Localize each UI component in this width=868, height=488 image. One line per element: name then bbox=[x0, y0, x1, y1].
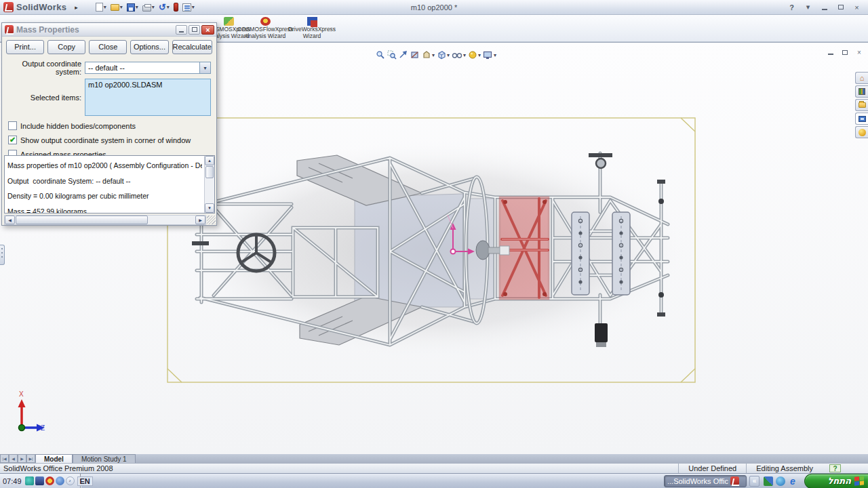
document-tab-bar: |◀ ◀ ▶ ▶| Model Motion Study 1 bbox=[0, 454, 868, 463]
chevron-down-icon: ▾ bbox=[203, 65, 206, 71]
doc-minimize-button[interactable] bbox=[826, 48, 835, 56]
dialog-maximize-button[interactable] bbox=[189, 25, 200, 35]
apply-scene-button[interactable]: ▾ bbox=[483, 50, 496, 60]
corner-triad: X Z bbox=[18, 390, 45, 432]
home-icon: ⌂ bbox=[860, 74, 865, 82]
close-button[interactable]: × bbox=[850, 2, 864, 12]
results-line: Density = 0.00 kilograms per cubic milli… bbox=[7, 188, 202, 204]
internet-explorer-icon[interactable]: e bbox=[788, 476, 797, 486]
options-dialog-button[interactable]: Options... bbox=[130, 40, 168, 54]
tray-app-icon[interactable] bbox=[35, 476, 44, 485]
results-vertical-scrollbar[interactable]: ▲ ▼ bbox=[204, 156, 214, 213]
selected-item[interactable]: m10 op2000.SLDASM bbox=[88, 81, 162, 89]
tab-motion-study[interactable]: Motion Study 1 bbox=[73, 454, 136, 463]
display-style-caret-icon[interactable]: ▾ bbox=[447, 52, 450, 58]
doc-minimize-icon bbox=[828, 54, 833, 55]
selected-items-list[interactable]: m10 op2000.SLDASM bbox=[85, 79, 211, 116]
tab-model[interactable]: Model bbox=[35, 454, 73, 463]
doc-close-button[interactable]: × bbox=[854, 48, 864, 56]
recalculate-button[interactable]: Recalculate bbox=[172, 40, 212, 54]
dialog-minimize-icon bbox=[179, 31, 184, 33]
scene-caret-icon[interactable]: ▾ bbox=[494, 52, 496, 58]
mass-properties-dialog: Mass Properties × Print... Copy Close Op… bbox=[1, 22, 217, 226]
start-button-label: התחל bbox=[827, 476, 851, 486]
doc-restore-button[interactable] bbox=[840, 48, 850, 56]
help-caret-icon[interactable]: ▾ bbox=[801, 2, 815, 12]
tab-nav-last-button[interactable]: ▶| bbox=[26, 454, 35, 463]
restore-button[interactable] bbox=[833, 2, 848, 12]
product-name: SolidWorks Office Premium 2008 bbox=[0, 464, 678, 472]
view-orientation-button[interactable]: ▾ bbox=[422, 50, 435, 60]
driveworksxpress-wizard-button[interactable]: DriveWorksXpress Wizard bbox=[285, 17, 339, 40]
output-coordinate-label: Output coordinate system: bbox=[7, 60, 85, 76]
tray-app-icon[interactable] bbox=[56, 476, 64, 485]
tab-search[interactable] bbox=[855, 113, 868, 125]
solidworks-taskbar-button[interactable]: ...SolidWorks Offic bbox=[664, 475, 747, 487]
language-indicator[interactable]: EN bbox=[77, 476, 93, 486]
previous-view-button[interactable] bbox=[399, 50, 408, 60]
minimize-icon bbox=[822, 9, 827, 10]
show-desktop-icon[interactable] bbox=[764, 476, 773, 486]
show-coordinate-label: Show output coordinate system in corner … bbox=[17, 136, 191, 144]
results-line: Output coordinate System: -- default -- bbox=[7, 174, 202, 189]
output-coordinate-value: -- default -- bbox=[85, 64, 199, 72]
scroll-right-button[interactable]: ▶ bbox=[195, 216, 205, 224]
dialog-resize-grip[interactable] bbox=[207, 216, 216, 224]
minimize-button[interactable] bbox=[817, 2, 831, 12]
appearances-ball-icon bbox=[859, 129, 866, 136]
tab-design-library[interactable] bbox=[855, 85, 868, 98]
wizard-label: Wizard bbox=[303, 33, 321, 40]
hscroll-thumb[interactable] bbox=[16, 216, 148, 224]
media-player-icon[interactable] bbox=[776, 476, 785, 486]
zoom-to-fit-button[interactable] bbox=[376, 50, 385, 60]
tray-app-icon[interactable] bbox=[45, 476, 54, 485]
tray-expand-chevron-icon[interactable]: › bbox=[66, 476, 75, 485]
zoom-to-area-button[interactable] bbox=[387, 50, 397, 60]
quick-tips-button[interactable]: ? bbox=[829, 464, 841, 472]
tab-nav-next-button[interactable]: ▶ bbox=[18, 454, 26, 463]
dialog-minimize-button[interactable] bbox=[176, 25, 187, 35]
edit-mode-status: Editing Assembly bbox=[746, 464, 823, 473]
feature-manager-splitter-handle[interactable] bbox=[0, 245, 5, 265]
close-dialog-button[interactable]: Close bbox=[89, 40, 127, 54]
scroll-up-button[interactable]: ▲ bbox=[205, 156, 214, 165]
wizard-label: Analysis Wizard bbox=[245, 33, 285, 40]
scroll-thumb[interactable] bbox=[205, 166, 214, 178]
scroll-down-button[interactable]: ▼ bbox=[205, 203, 214, 213]
taskbar-clock[interactable]: 07:49 bbox=[3, 477, 22, 485]
print-dialog-button[interactable]: Print... bbox=[6, 40, 44, 54]
constraint-status: Under Defined bbox=[678, 464, 746, 473]
output-coordinate-select[interactable]: -- default -- ▾ bbox=[85, 62, 211, 74]
cosmosxpress-icon bbox=[224, 17, 234, 26]
combo-dropdown-button[interactable]: ▾ bbox=[199, 62, 210, 73]
include-hidden-checkbox[interactable] bbox=[8, 121, 17, 130]
tab-nav-prev-button[interactable]: ◀ bbox=[9, 454, 18, 463]
tray-app-icon[interactable] bbox=[25, 476, 34, 485]
system-tray: 07:49 › EN bbox=[0, 474, 81, 488]
dialog-titlebar[interactable]: Mass Properties × bbox=[2, 23, 216, 37]
tab-file-explorer[interactable] bbox=[855, 99, 868, 111]
dialog-close-icon: × bbox=[205, 26, 210, 33]
dialog-horizontal-scrollbar[interactable]: ◀ ▶ bbox=[4, 215, 206, 225]
scroll-left-button[interactable]: ◀ bbox=[5, 216, 15, 224]
show-coordinate-checkbox[interactable]: ✔ bbox=[8, 136, 17, 144]
hide-show-items-button[interactable]: ▾ bbox=[452, 50, 466, 60]
mass-properties-results: Mass properties of m10 op2000 ( Assembly… bbox=[4, 155, 215, 214]
start-button[interactable]: התחל bbox=[804, 474, 868, 488]
tab-solidworks-resources[interactable]: ⌂ bbox=[855, 72, 868, 84]
appearance-caret-icon[interactable]: ▾ bbox=[478, 52, 481, 58]
selected-items-label: Selected items: bbox=[7, 94, 85, 102]
copy-dialog-button[interactable]: Copy bbox=[47, 40, 85, 54]
tab-nav-first-button[interactable]: |◀ bbox=[0, 454, 9, 463]
taskbar-overflow-button[interactable]: « bbox=[749, 476, 760, 487]
display-style-button[interactable]: ▾ bbox=[437, 50, 450, 60]
hide-show-caret-icon[interactable]: ▾ bbox=[463, 52, 466, 58]
tab-appearances[interactable] bbox=[855, 126, 868, 138]
view-orientation-caret-icon[interactable]: ▾ bbox=[432, 52, 435, 58]
window-title: m10 op2000 * bbox=[0, 3, 868, 12]
edit-appearance-button[interactable]: ▾ bbox=[468, 50, 481, 60]
help-button[interactable]: ? bbox=[785, 2, 799, 12]
section-view-button[interactable] bbox=[410, 50, 420, 60]
dialog-close-button[interactable]: × bbox=[201, 25, 214, 35]
search-monitor-icon bbox=[859, 116, 866, 122]
